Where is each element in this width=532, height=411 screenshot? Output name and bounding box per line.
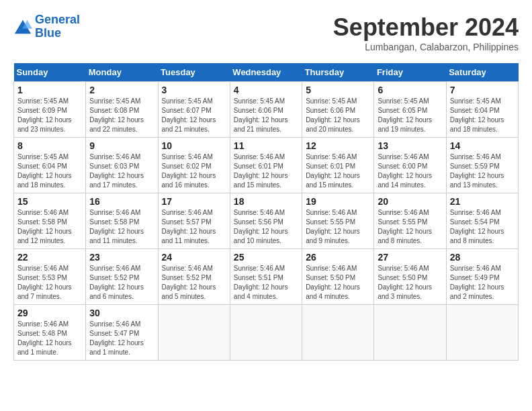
table-row: 3Sunrise: 5:45 AMSunset: 6:07 PMDaylight… — [158, 82, 230, 138]
day-info: Sunrise: 5:45 AMSunset: 6:07 PMDaylight:… — [162, 97, 226, 134]
day-info: Sunrise: 5:45 AMSunset: 6:06 PMDaylight:… — [306, 97, 370, 134]
table-row — [230, 305, 302, 361]
day-info: Sunrise: 5:46 AMSunset: 6:00 PMDaylight:… — [378, 152, 442, 190]
week-row: 1Sunrise: 5:45 AMSunset: 6:09 PMDaylight… — [14, 82, 519, 138]
day-number: 14 — [450, 140, 515, 151]
day-number: 24 — [162, 252, 226, 263]
table-row: 14Sunrise: 5:46 AMSunset: 5:59 PMDayligh… — [446, 138, 518, 193]
table-row: 30Sunrise: 5:46 AMSunset: 5:47 PMDayligh… — [86, 305, 158, 361]
header-saturday: Saturday — [446, 63, 518, 82]
table-row: 9Sunrise: 5:46 AMSunset: 6:03 PMDaylight… — [86, 138, 158, 193]
table-row: 10Sunrise: 5:46 AMSunset: 6:02 PMDayligh… — [158, 138, 230, 193]
day-number: 10 — [162, 140, 226, 151]
day-number: 11 — [234, 140, 298, 151]
day-number: 3 — [162, 85, 226, 95]
title-area: September 2024 Lumbangan, Calabarzon, Ph… — [333, 13, 519, 52]
day-number: 19 — [306, 196, 370, 207]
table-row: 18Sunrise: 5:46 AMSunset: 5:56 PMDayligh… — [230, 193, 302, 249]
calendar-table: Sunday Monday Tuesday Wednesday Thursday… — [13, 63, 519, 361]
table-row: 5Sunrise: 5:45 AMSunset: 6:06 PMDaylight… — [302, 82, 374, 138]
day-info: Sunrise: 5:46 AMSunset: 5:55 PMDaylight:… — [306, 208, 370, 246]
day-number: 29 — [17, 308, 82, 318]
day-number: 15 — [17, 196, 82, 207]
table-row: 29Sunrise: 5:46 AMSunset: 5:48 PMDayligh… — [14, 305, 86, 361]
week-row: 22Sunrise: 5:46 AMSunset: 5:53 PMDayligh… — [14, 249, 519, 305]
day-info: Sunrise: 5:45 AMSunset: 6:08 PMDaylight:… — [89, 97, 154, 134]
day-info: Sunrise: 5:46 AMSunset: 6:01 PMDaylight:… — [234, 152, 298, 190]
day-number: 25 — [234, 252, 298, 263]
day-info: Sunrise: 5:46 AMSunset: 5:55 PMDaylight:… — [378, 208, 442, 246]
week-row: 29Sunrise: 5:46 AMSunset: 5:48 PMDayligh… — [14, 305, 519, 361]
table-row — [302, 305, 374, 361]
header-thursday: Thursday — [302, 63, 374, 82]
table-row: 6Sunrise: 5:45 AMSunset: 6:05 PMDaylight… — [374, 82, 446, 138]
day-info: Sunrise: 5:45 AMSunset: 6:06 PMDaylight:… — [234, 97, 298, 134]
table-row: 19Sunrise: 5:46 AMSunset: 5:55 PMDayligh… — [302, 193, 374, 249]
day-number: 8 — [17, 140, 82, 151]
header-tuesday: Tuesday — [158, 63, 230, 82]
day-number: 27 — [378, 252, 442, 263]
table-row: 7Sunrise: 5:45 AMSunset: 6:04 PMDaylight… — [446, 82, 518, 138]
header-monday: Monday — [86, 63, 158, 82]
day-number: 18 — [234, 196, 298, 207]
week-row: 15Sunrise: 5:46 AMSunset: 5:58 PMDayligh… — [14, 193, 519, 249]
table-row: 13Sunrise: 5:46 AMSunset: 6:00 PMDayligh… — [374, 138, 446, 193]
table-row: 24Sunrise: 5:46 AMSunset: 5:52 PMDayligh… — [158, 249, 230, 305]
table-row: 17Sunrise: 5:46 AMSunset: 5:57 PMDayligh… — [158, 193, 230, 249]
day-number: 13 — [378, 140, 442, 151]
day-info: Sunrise: 5:46 AMSunset: 5:58 PMDaylight:… — [89, 208, 154, 246]
header-sunday: Sunday — [14, 63, 86, 82]
day-info: Sunrise: 5:46 AMSunset: 5:49 PMDaylight:… — [450, 264, 515, 302]
table-row — [158, 305, 230, 361]
day-info: Sunrise: 5:45 AMSunset: 6:05 PMDaylight:… — [378, 97, 442, 134]
page-header: General Blue September 2024 Lumbangan, C… — [13, 13, 519, 52]
day-info: Sunrise: 5:46 AMSunset: 6:02 PMDaylight:… — [162, 152, 226, 190]
table-row — [374, 305, 446, 361]
day-number: 12 — [306, 140, 370, 151]
table-row: 26Sunrise: 5:46 AMSunset: 5:50 PMDayligh… — [302, 249, 374, 305]
day-info: Sunrise: 5:46 AMSunset: 5:51 PMDaylight:… — [234, 264, 298, 302]
day-info: Sunrise: 5:46 AMSunset: 6:03 PMDaylight:… — [89, 152, 154, 190]
day-number: 30 — [89, 308, 154, 318]
day-info: Sunrise: 5:45 AMSunset: 6:04 PMDaylight:… — [17, 152, 82, 190]
day-info: Sunrise: 5:46 AMSunset: 5:50 PMDaylight:… — [306, 264, 370, 302]
day-number: 16 — [89, 196, 154, 207]
day-info: Sunrise: 5:46 AMSunset: 5:50 PMDaylight:… — [378, 264, 442, 302]
logo-text: General Blue — [35, 13, 80, 40]
day-info: Sunrise: 5:45 AMSunset: 6:09 PMDaylight:… — [17, 97, 82, 134]
day-number: 6 — [378, 85, 442, 95]
day-info: Sunrise: 5:46 AMSunset: 6:01 PMDaylight:… — [306, 152, 370, 190]
header-wednesday: Wednesday — [230, 63, 302, 82]
day-number: 1 — [17, 85, 82, 95]
day-number: 20 — [378, 196, 442, 207]
day-number: 28 — [450, 252, 515, 263]
table-row: 21Sunrise: 5:46 AMSunset: 5:54 PMDayligh… — [446, 193, 518, 249]
table-row: 15Sunrise: 5:46 AMSunset: 5:58 PMDayligh… — [14, 193, 86, 249]
day-number: 23 — [89, 252, 154, 263]
table-row: 28Sunrise: 5:46 AMSunset: 5:49 PMDayligh… — [446, 249, 518, 305]
table-row — [446, 305, 518, 361]
location-title: Lumbangan, Calabarzon, Philippines — [333, 42, 519, 52]
day-number: 26 — [306, 252, 370, 263]
logo: General Blue — [13, 13, 80, 40]
table-row: 1Sunrise: 5:45 AMSunset: 6:09 PMDaylight… — [14, 82, 86, 138]
day-info: Sunrise: 5:46 AMSunset: 5:52 PMDaylight:… — [89, 264, 154, 302]
table-row: 4Sunrise: 5:45 AMSunset: 6:06 PMDaylight… — [230, 82, 302, 138]
day-number: 21 — [450, 196, 515, 207]
day-info: Sunrise: 5:46 AMSunset: 5:54 PMDaylight:… — [450, 208, 515, 246]
day-info: Sunrise: 5:46 AMSunset: 5:58 PMDaylight:… — [17, 208, 82, 246]
day-info: Sunrise: 5:46 AMSunset: 5:48 PMDaylight:… — [17, 320, 82, 357]
day-number: 5 — [306, 85, 370, 95]
day-info: Sunrise: 5:45 AMSunset: 6:04 PMDaylight:… — [450, 97, 515, 134]
table-row: 8Sunrise: 5:45 AMSunset: 6:04 PMDaylight… — [14, 138, 86, 193]
table-row: 12Sunrise: 5:46 AMSunset: 6:01 PMDayligh… — [302, 138, 374, 193]
day-info: Sunrise: 5:46 AMSunset: 5:47 PMDaylight:… — [89, 320, 154, 357]
table-row: 11Sunrise: 5:46 AMSunset: 6:01 PMDayligh… — [230, 138, 302, 193]
table-row: 20Sunrise: 5:46 AMSunset: 5:55 PMDayligh… — [374, 193, 446, 249]
header-friday: Friday — [374, 63, 446, 82]
table-row: 16Sunrise: 5:46 AMSunset: 5:58 PMDayligh… — [86, 193, 158, 249]
day-info: Sunrise: 5:46 AMSunset: 5:53 PMDaylight:… — [17, 264, 82, 302]
day-number: 4 — [234, 85, 298, 95]
table-row: 27Sunrise: 5:46 AMSunset: 5:50 PMDayligh… — [374, 249, 446, 305]
weekday-header-row: Sunday Monday Tuesday Wednesday Thursday… — [14, 63, 519, 82]
